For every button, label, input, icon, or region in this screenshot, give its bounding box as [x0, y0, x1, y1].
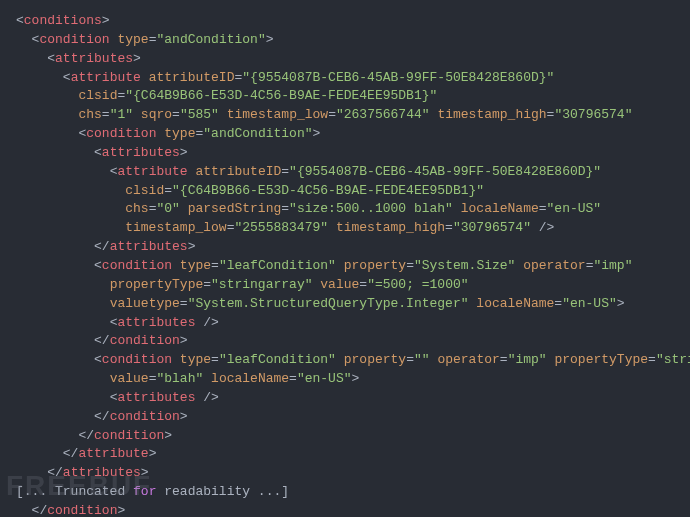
code-token: >: [133, 51, 141, 66]
code-token: localeName: [461, 201, 539, 216]
code-token: <: [94, 258, 102, 273]
code-token: "imp": [508, 352, 547, 367]
code-token: =: [172, 107, 180, 122]
code-token: "size:500..1000 blah": [289, 201, 453, 216]
code-token: =: [328, 107, 336, 122]
code-line: </attributes>: [16, 464, 674, 483]
code-token: "imp": [593, 258, 632, 273]
code-token: "{9554087B-CEB6-45AB-99FF-50E8428E860D}": [242, 70, 554, 85]
code-token: parsedString: [188, 201, 282, 216]
code-token: "30796574": [554, 107, 632, 122]
code-token: =: [211, 352, 219, 367]
code-token: "en-US": [562, 296, 617, 311]
code-token: "leafCondition": [219, 352, 336, 367]
code-token: </: [47, 465, 63, 480]
xml-code-block: <conditions> <condition type="andConditi…: [16, 12, 674, 517]
code-token: "{9554087B-CEB6-45AB-99FF-50E8428E860D}": [289, 164, 601, 179]
code-token: attributes: [117, 315, 195, 330]
code-token: timestamp_high: [437, 107, 546, 122]
code-token: condition: [102, 258, 172, 273]
code-line: valuetype="System.StructuredQueryType.In…: [16, 295, 674, 314]
code-line: <attribute attributeID="{9554087B-CEB6-4…: [16, 69, 674, 88]
code-token: =: [359, 277, 367, 292]
code-token: attributes: [55, 51, 133, 66]
code-token: >: [180, 409, 188, 424]
code-token: chs: [125, 201, 148, 216]
code-token: "blah": [156, 371, 203, 386]
code-token: >: [141, 465, 149, 480]
code-token: propertyType: [554, 352, 648, 367]
code-token: <: [94, 145, 102, 160]
code-token: [219, 107, 227, 122]
code-token: condition: [47, 503, 117, 517]
code-token: =: [406, 258, 414, 273]
code-token: [172, 258, 180, 273]
code-token: for: [133, 484, 156, 499]
code-token: "andCondition": [156, 32, 265, 47]
code-token: attribute: [117, 164, 187, 179]
code-token: </: [94, 333, 110, 348]
code-token: "en-US": [297, 371, 352, 386]
code-line: timestamp_low="2555883479" timestamp_hig…: [16, 219, 674, 238]
code-token: >: [617, 296, 625, 311]
code-line: <condition type="leafCondition" property…: [16, 257, 674, 276]
code-token: attributes: [117, 390, 195, 405]
code-line: chs="0" parsedString="size:500..1000 bla…: [16, 200, 674, 219]
code-token: =: [203, 277, 211, 292]
code-token: >: [352, 371, 360, 386]
code-token: value: [320, 277, 359, 292]
code-token: "string": [656, 352, 690, 367]
code-token: "2637566744": [336, 107, 430, 122]
code-token: [336, 352, 344, 367]
code-token: =: [406, 352, 414, 367]
code-token: condition: [39, 32, 109, 47]
code-line: </attributes>: [16, 238, 674, 257]
code-token: timestamp_high: [336, 220, 445, 235]
code-token: clsid: [78, 88, 117, 103]
code-token: </: [94, 239, 110, 254]
code-line: <attributes />: [16, 314, 674, 333]
code-line: <attributes />: [16, 389, 674, 408]
code-token: attributes: [102, 145, 180, 160]
code-token: "2555883479": [234, 220, 328, 235]
code-token: <: [16, 13, 24, 28]
code-token: property: [344, 258, 406, 273]
code-token: attribute: [71, 70, 141, 85]
code-token: >: [149, 446, 157, 461]
code-line: propertyType="stringarray" value="=500; …: [16, 276, 674, 295]
code-token: timestamp_low: [125, 220, 226, 235]
code-token: >: [180, 333, 188, 348]
code-token: [... Truncated: [16, 484, 133, 499]
code-token: condition: [94, 428, 164, 443]
code-token: readability ...]: [156, 484, 289, 499]
code-token: </: [32, 503, 48, 517]
code-token: =: [211, 258, 219, 273]
code-token: "": [414, 352, 430, 367]
code-line: </attribute>: [16, 445, 674, 464]
code-token: "stringarray": [211, 277, 312, 292]
code-token: >: [313, 126, 321, 141]
code-token: <: [63, 70, 71, 85]
code-token: "0": [156, 201, 179, 216]
code-token: chs: [78, 107, 101, 122]
code-line: <attributes>: [16, 50, 674, 69]
code-token: valuetype: [110, 296, 180, 311]
code-token: type: [164, 126, 195, 141]
code-line: <condition type="andCondition">: [16, 31, 674, 50]
code-line: value="blah" localeName="en-US">: [16, 370, 674, 389]
code-line: </condition>: [16, 502, 674, 517]
code-token: "1": [110, 107, 133, 122]
code-token: [453, 201, 461, 216]
code-token: =: [289, 371, 297, 386]
code-token: condition: [110, 409, 180, 424]
code-token: />: [195, 390, 218, 405]
code-token: localeName: [211, 371, 289, 386]
code-token: [336, 258, 344, 273]
code-token: >: [188, 239, 196, 254]
code-line: <conditions>: [16, 12, 674, 31]
code-token: attributeID: [149, 70, 235, 85]
code-token: />: [531, 220, 554, 235]
code-token: "System.StructuredQueryType.Integer": [188, 296, 469, 311]
code-token: "System.Size": [414, 258, 515, 273]
code-token: >: [164, 428, 172, 443]
